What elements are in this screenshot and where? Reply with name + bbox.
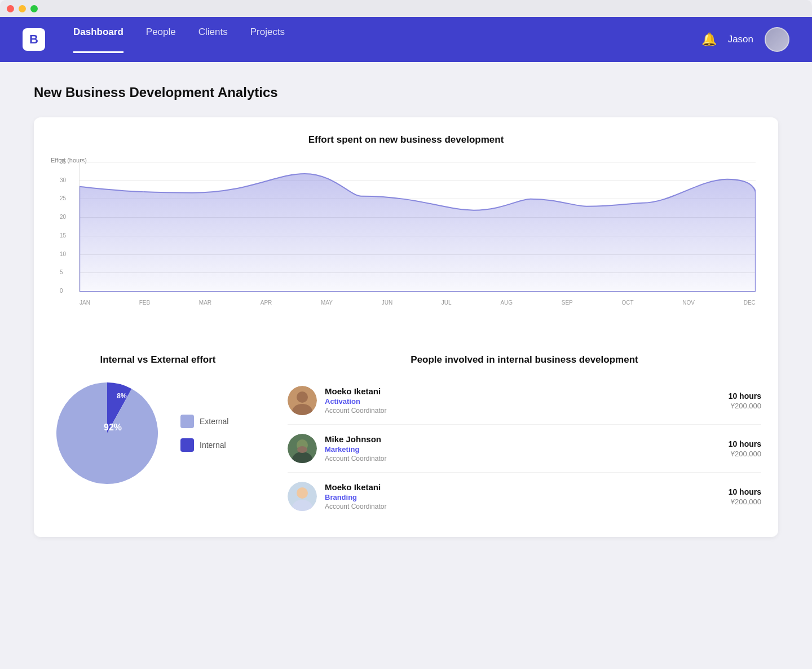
window-chrome: [0, 0, 812, 17]
nav-dashboard[interactable]: Dashboard: [73, 27, 123, 53]
x-label-dec: DEC: [744, 300, 756, 306]
x-label-apr: APR: [261, 300, 272, 306]
notification-bell-icon[interactable]: 🔔: [701, 32, 717, 47]
x-label-nov: NOV: [682, 300, 695, 306]
person-hours-3: 10 hours: [729, 487, 761, 496]
bottom-section: Internal vs External effort: [51, 354, 761, 520]
people-list[interactable]: Moeko Iketani Activation Account Coordin…: [288, 377, 761, 520]
x-label-jul: JUL: [442, 300, 452, 306]
area-chart-section: Effort spent on new business development…: [51, 134, 761, 315]
internal-pct-label: 92%: [104, 422, 122, 432]
x-label-aug: AUG: [500, 300, 513, 306]
user-name: Jason: [728, 34, 753, 45]
person-info-2: Mike Johnson Marketing Account Coordinat…: [325, 434, 721, 463]
person-info-3: Moeko Iketani Branding Account Coordinat…: [325, 482, 721, 510]
person-avatar-1: [288, 386, 317, 415]
avatar[interactable]: [765, 27, 789, 52]
svg-point-8: [297, 487, 308, 499]
maximize-dot: [30, 5, 38, 12]
main-content: New Business Development Analytics Effor…: [0, 62, 812, 560]
person-stats-2: 10 hours ¥200,000: [729, 439, 761, 458]
pie-chart-title: Internal vs External effort: [51, 354, 265, 366]
person-name-1: Moeko Iketani: [325, 386, 721, 396]
nav-projects[interactable]: Projects: [250, 27, 285, 53]
page-title: New Business Development Analytics: [34, 85, 778, 100]
area-chart-container: Effort (hours) 35 30 25 20 15 10 5 0: [51, 157, 761, 315]
person-avatar-2: [288, 434, 317, 463]
person-info-1: Moeko Iketani Activation Account Coordin…: [325, 386, 721, 415]
person-stats-1: 10 hours ¥200,000: [729, 391, 761, 410]
person-category-1: Activation: [325, 397, 721, 406]
area-chart-svg: [80, 162, 756, 292]
pie-wrapper: 92% 8% External Internal: [51, 377, 265, 490]
external-swatch: [180, 415, 194, 428]
x-label-jun: JUN: [382, 300, 392, 306]
person-category-2: Marketing: [325, 445, 721, 454]
svg-point-1: [297, 391, 308, 403]
person-amount-3: ¥200,000: [729, 498, 761, 506]
nav-people[interactable]: People: [146, 27, 176, 53]
x-label-feb: FEB: [139, 300, 150, 306]
person-row: Moeko Iketani Activation Account Coordin…: [288, 377, 761, 425]
person-hours-2: 10 hours: [729, 439, 761, 448]
person-role-1: Account Coordinator: [325, 407, 721, 415]
internal-swatch: [180, 438, 194, 452]
person-row: Mike Johnson Marketing Account Coordinat…: [288, 425, 761, 473]
x-label-jan: JAN: [80, 300, 90, 306]
internal-label: Internal: [200, 441, 226, 450]
legend-internal: Internal: [180, 438, 228, 452]
area-chart-title: Effort spent on new business development: [51, 134, 761, 146]
person-avatar-3: [288, 482, 317, 511]
people-panel: People involved in internal business dev…: [288, 354, 761, 520]
close-dot: [7, 5, 14, 12]
person-name-3: Moeko Iketani: [325, 482, 721, 492]
pie-legend: External Internal: [180, 415, 228, 452]
app-logo: B: [23, 28, 45, 51]
x-label-sep: SEP: [562, 300, 573, 306]
nav-links: Dashboard People Clients Projects: [73, 27, 679, 53]
x-label-oct: OCT: [622, 300, 634, 306]
person-stats-3: 10 hours ¥200,000: [729, 487, 761, 506]
person-hours-1: 10 hours: [729, 391, 761, 400]
person-role-2: Account Coordinator: [325, 455, 721, 463]
person-amount-2: ¥200,000: [729, 450, 761, 458]
navbar-right: 🔔 Jason: [701, 27, 789, 52]
person-name-2: Mike Johnson: [325, 434, 721, 444]
x-label-mar: MAR: [199, 300, 211, 306]
legend-external: External: [180, 415, 228, 428]
minimize-dot: [19, 5, 26, 12]
nav-clients[interactable]: Clients: [198, 27, 228, 53]
analytics-card: Effort spent on new business development…: [34, 117, 778, 537]
pie-chart-panel: Internal vs External effort: [51, 354, 265, 520]
svg-point-6: [297, 446, 307, 453]
person-role-3: Account Coordinator: [325, 503, 721, 510]
person-amount-1: ¥200,000: [729, 402, 761, 410]
external-pct-label: 8%: [117, 392, 127, 400]
x-axis-labels: JAN FEB MAR APR MAY JUN JUL AUG SEP OCT …: [80, 300, 756, 306]
person-category-3: Branding: [325, 493, 721, 501]
person-row: Moeko Iketani Branding Account Coordinat…: [288, 473, 761, 520]
navbar: B Dashboard People Clients Projects 🔔 Ja…: [0, 17, 812, 62]
people-section-title: People involved in internal business dev…: [288, 354, 761, 366]
chart-area: 35 30 25 20 15 10 5 0: [79, 162, 756, 292]
x-label-may: MAY: [321, 300, 333, 306]
pie-chart-svg: 92% 8%: [51, 377, 164, 490]
external-label: External: [200, 417, 228, 426]
